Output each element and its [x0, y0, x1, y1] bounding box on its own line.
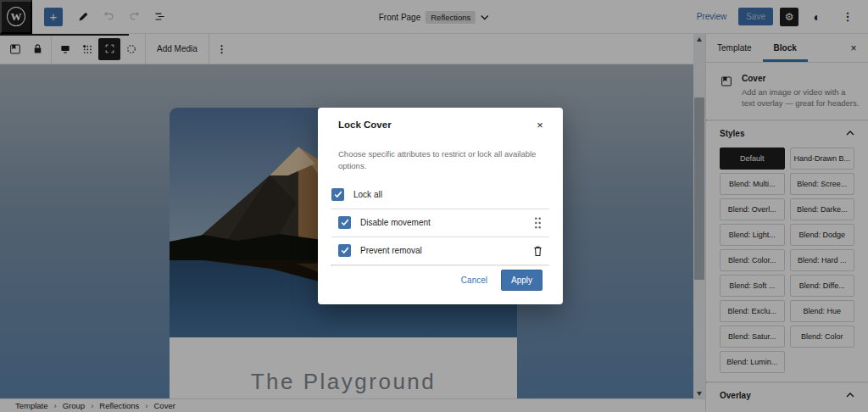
- trash-icon[interactable]: [531, 245, 544, 257]
- modal-title: Lock Cover: [338, 120, 392, 130]
- lock-all-label: Lock all: [353, 190, 549, 199]
- close-modal-button[interactable]: ×: [531, 115, 549, 134]
- wordpress-editor: W + Front Page Reflections Preview Save: [0, 0, 868, 412]
- check-icon: [334, 191, 342, 198]
- check-icon: [341, 247, 349, 254]
- disable-movement-label: Disable movement: [360, 218, 521, 227]
- modal-description: Choose specific attributes to restrict o…: [338, 148, 542, 172]
- lock-all-row: Lock all: [331, 181, 549, 209]
- lock-options-list: Lock all Disable movement Prevent remova…: [331, 181, 549, 264]
- apply-button[interactable]: Apply: [501, 270, 542, 291]
- prevent-removal-checkbox[interactable]: [338, 244, 351, 257]
- close-icon: ×: [537, 119, 543, 131]
- modal-header: Lock Cover ×: [318, 108, 563, 142]
- disable-movement-row: Disable movement: [331, 209, 549, 237]
- lock-cover-modal: Lock Cover × Choose specific attributes …: [318, 108, 563, 304]
- drag-handle-icon[interactable]: [531, 217, 544, 229]
- prevent-removal-row: Prevent removal: [331, 237, 549, 264]
- check-icon: [341, 219, 349, 226]
- prevent-removal-label: Prevent removal: [360, 246, 521, 255]
- disable-movement-checkbox[interactable]: [338, 216, 351, 229]
- lock-all-checkbox[interactable]: [331, 188, 344, 201]
- divider: [331, 264, 549, 266]
- modal-footer: Cancel Apply: [318, 270, 563, 304]
- cancel-button[interactable]: Cancel: [461, 276, 487, 285]
